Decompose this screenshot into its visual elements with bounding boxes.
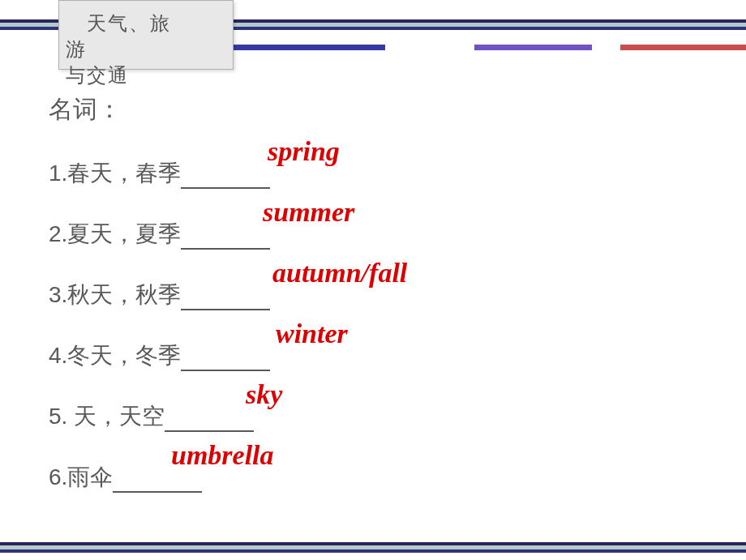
vocab-label: 3.秋天，秋季: [49, 280, 270, 310]
vocab-answer: sky: [246, 379, 282, 410]
vocab-answer: winter: [276, 318, 348, 349]
vocab-item: 4.冬天，冬季 winter: [49, 325, 697, 386]
topic-title-line2: 与交通: [66, 62, 226, 88]
vocab-label: 5. 天，天空: [49, 401, 254, 432]
accent-stripe-red: [620, 45, 746, 50]
topic-title-line1: 天气、旅 游: [66, 11, 226, 62]
accent-stripe-blue: [227, 45, 385, 50]
vocab-answer: umbrella: [171, 440, 274, 471]
vocab-answer: autumn/fall: [272, 258, 407, 289]
vocab-item: 3.秋天，秋季 autumn/fall: [49, 264, 697, 325]
accent-stripe-purple: [474, 45, 592, 50]
vocab-answer: spring: [268, 136, 340, 167]
vocab-answer: summer: [263, 197, 354, 228]
vocab-item: 5. 天，天空 sky: [49, 386, 697, 447]
vocab-label: 1.春天，春季: [49, 158, 270, 189]
vocab-label: 4.冬天，冬季: [49, 340, 270, 371]
section-heading: 名词：: [49, 93, 697, 126]
vocab-label: 2.夏天，夏季: [49, 219, 270, 250]
vocab-item: 1.春天，春季 spring: [49, 143, 697, 203]
vocab-item: 2.夏天，夏季 summer: [49, 203, 697, 264]
bottom-decorative-stripes: [0, 542, 746, 554]
vocab-item: 6.雨伞 umbrella: [49, 447, 697, 507]
content-area: 名词： 1.春天，春季 spring 2.夏天，夏季 summer 3.秋天，秋…: [49, 93, 697, 507]
topic-title-box: 天气、旅 游 与交通: [58, 0, 234, 70]
